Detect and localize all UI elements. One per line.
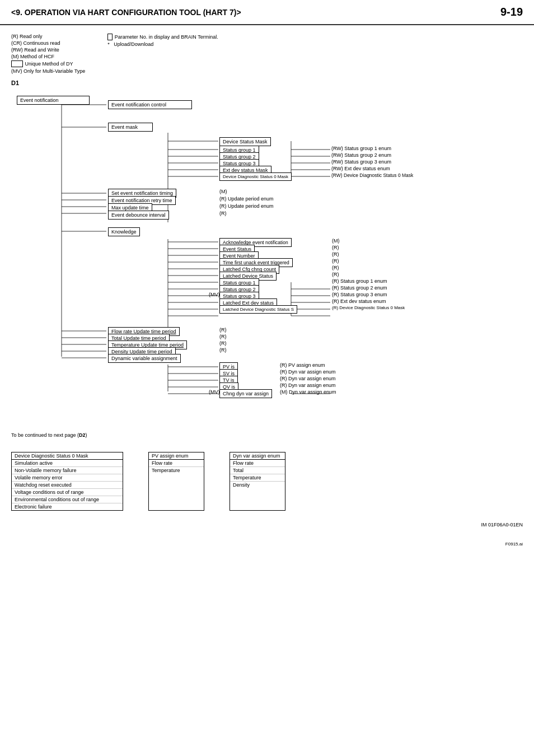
pv-assign-header: PV assign enum [149, 452, 204, 460]
dyn-var-row-4: Density [230, 482, 285, 488]
dyn-var-row-2: Total [230, 467, 285, 474]
diagram-container: D1 [0, 77, 534, 427]
dyn-var-row-1: Flow rate [230, 460, 285, 467]
rw-ext-dev-label: (RW) Ext dev status enum [331, 166, 390, 171]
rw-status-1-label: (RW) Status group 1 enum [331, 146, 391, 151]
r-retry-label: (R) Update period enum [219, 196, 274, 202]
device-diag-row-6: Environmental conditions out of range [12, 496, 123, 503]
legend-cr: (CR) Continuous read [11, 40, 85, 46]
device-diag-row-4: Watchdog reset executed [12, 482, 123, 489]
m-ack-label: (M) [332, 238, 340, 244]
mv-status-3-prefix: (MV) [209, 292, 220, 297]
legend-rw: (RW) Read and Write [11, 47, 85, 53]
d1-label: D1 [11, 80, 523, 86]
knowledge-box: Knowledge [108, 227, 140, 236]
r-tv-assign-label: (R) Dyn var assign enum [280, 376, 336, 381]
chng-dyn-var-box: Chng dyn var assign [219, 389, 272, 398]
legend-r: (R) Read only [11, 34, 85, 39]
device-diag-row-7: Electronic failure [12, 503, 123, 510]
r-event-number-label: (R) [332, 251, 339, 257]
r-time-first-label: (R) [332, 258, 339, 264]
im-text: IM 01F06A0-01EN [0, 522, 534, 528]
r-max-update-label: (R) Update period enum [219, 203, 274, 209]
m-dyn-var-label: (M) Dyn var assign enum [280, 389, 336, 395]
r-density-label: (R) [219, 347, 227, 353]
device-diag-row-2: Non-Volatile memory failure [12, 467, 123, 474]
legend-m: (M) Method of HCF [11, 54, 85, 59]
device-diag-row-5: Voltage conditions out of range [12, 489, 123, 496]
device-diagnostic-table: Device Diagnostic Status 0 Mask Simulati… [11, 452, 123, 511]
event-notification-box: Event notification [17, 96, 90, 105]
page-number: 9-19 [500, 6, 523, 18]
r-sv-assign-label: (R) Dyn var assign enum [280, 369, 336, 375]
dyn-var-header: Dyn var assign enum [230, 452, 285, 460]
legend-right: Parameter No. in display and BRAIN Termi… [107, 34, 218, 74]
r-flow-rate-label: (R) [219, 327, 227, 333]
legend-unique: Unique Method of DY [11, 60, 85, 67]
device-diag-row-3: Volatile memory error [12, 474, 123, 482]
r-debounce-label: (R) [219, 211, 227, 216]
rw-status-2-label: (RW) Status group 2 enum [331, 152, 391, 158]
r-event-status-label: (R) [332, 245, 339, 250]
pv-assign-row-2: Temperature [149, 467, 204, 474]
r-temperature-label: (R) [219, 340, 227, 346]
r-qv-assign-label: (R) Dyn var assign enum [280, 382, 336, 388]
rw-device-diag-label: (RW) Device Diagnostic Status 0 Mask [331, 172, 413, 178]
event-mask-box: Event mask [108, 123, 153, 132]
r-knowledge-status-2-label: (R) Status group 2 enum [332, 285, 387, 291]
dynamic-var-assignment-box: Dynamic variable assignment [108, 354, 181, 363]
event-debounce-box: Event debounce interval [108, 211, 169, 220]
legend-left: (R) Read only (CR) Continuous read (RW) … [11, 34, 85, 74]
m-timing-label: (M) [219, 189, 227, 194]
diagram-area: Event notification Event notification co… [17, 88, 521, 424]
device-diag-row-1: Simulation active [12, 460, 123, 467]
r-device-diag-label: (R) Device Diagnostic Status 0 Mask [332, 305, 405, 310]
pv-assign-row-1: Flow rate [149, 460, 204, 467]
page-header: <9. OPERATION VIA HART CONFIGURATION TOO… [0, 0, 534, 25]
device-diagnostic-header: Device Diagnostic Status 0 Mask [12, 452, 123, 460]
r-latched-device-label: (R) [332, 272, 339, 277]
legend-mv: (MV) Only for Multi-Variable Type [11, 68, 85, 74]
r-knowledge-status-1-label: (R) Status group 1 enum [332, 278, 387, 284]
mv-chng-label: (MV) [209, 389, 220, 395]
legend-asterisk: * Upload/Download [107, 41, 218, 47]
event-notification-control-box: Event notification control [108, 100, 192, 109]
device-status-mask-box: Device Status Mask [219, 137, 271, 146]
r-knowledge-status-3-label: (R) Status group 3 enum [332, 292, 387, 297]
r-total-label: (R) [219, 334, 227, 339]
latched-device-diag-box: Latched Device Diagnostic Status S [219, 305, 297, 314]
header-title: <9. OPERATION VIA HART CONFIGURATION TOO… [11, 8, 241, 17]
r-latched-cfg-label: (R) [332, 265, 339, 270]
footer-file: F0915.ai [0, 539, 534, 549]
dyn-var-table: Dyn var assign enum Flow rate Total Temp… [229, 452, 285, 511]
bottom-section: Device Diagnostic Status 0 Mask Simulati… [0, 446, 534, 516]
r-pv-assign-label: (R) PV assign enum [280, 362, 325, 368]
legend-bracket: Parameter No. in display and BRAIN Termi… [107, 34, 218, 40]
device-diag-status-mask-box: Device Diagnostic Status 0 Mask [219, 172, 292, 181]
r-ext-dev-label: (R) Ext dev status enum [332, 298, 386, 304]
continued-text: To be continued to next page (D2) [0, 430, 534, 441]
pv-assign-table: PV assign enum Flow rate Temperature [148, 452, 204, 511]
dyn-var-row-3: Temperature [230, 474, 285, 482]
legend: (R) Read only (CR) Continuous read (RW) … [0, 31, 534, 77]
rw-status-3-label: (RW) Status group 3 enum [331, 159, 391, 165]
